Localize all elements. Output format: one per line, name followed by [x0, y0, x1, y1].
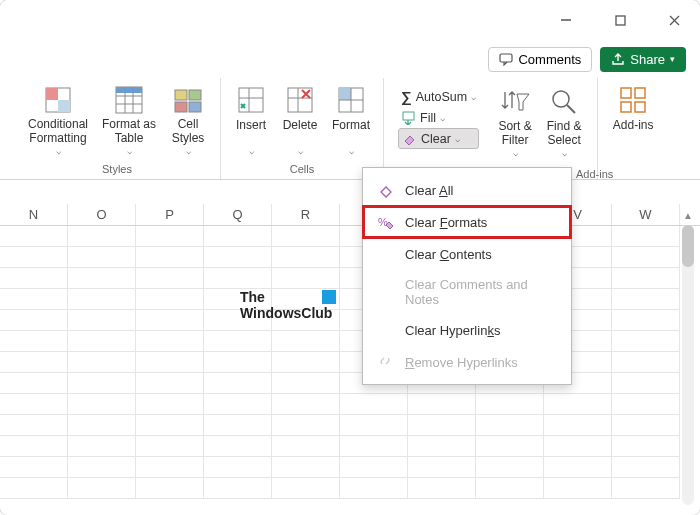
conditional-formatting-label: Conditional Formatting: [28, 118, 88, 146]
group-label-cells: Cells: [290, 161, 314, 177]
col-header[interactable]: R: [272, 204, 340, 225]
clear-button[interactable]: Clear ⌵: [398, 128, 479, 149]
sort-filter-button[interactable]: Sort & Filter ⌵: [491, 84, 539, 160]
col-header[interactable]: P: [136, 204, 204, 225]
chevron-down-icon: ⌵: [186, 146, 191, 156]
conditional-formatting-button[interactable]: Conditional Formatting ⌵: [22, 82, 94, 161]
scroll-up-arrow[interactable]: ▲: [683, 210, 693, 221]
eraser-icon: [402, 131, 417, 146]
chevron-down-icon: ⌵: [440, 113, 445, 123]
svg-rect-6: [46, 88, 58, 100]
cell-styles-icon: [172, 84, 204, 116]
svg-rect-33: [621, 102, 631, 112]
ribbon-group-addins: Add-ins: [598, 78, 668, 179]
chevron-down-icon: ⌵: [455, 134, 460, 144]
sort-filter-label: Sort & Filter: [498, 120, 531, 148]
svg-rect-34: [635, 102, 645, 112]
cell-styles-label: Cell Styles: [172, 118, 205, 146]
clear-formats-label: Clear Formats: [405, 215, 487, 230]
clear-label: Clear: [421, 132, 451, 146]
svg-rect-32: [635, 88, 645, 98]
maximize-button[interactable]: [602, 2, 638, 38]
format-as-table-label: Format as Table: [102, 118, 156, 146]
magnifier-icon: [548, 86, 580, 118]
conditional-formatting-icon: [42, 84, 74, 116]
chevron-down-icon: ⌵: [349, 146, 354, 156]
svg-rect-1: [616, 16, 625, 25]
col-header[interactable]: W: [612, 204, 680, 225]
ribbon: Conditional Formatting ⌵ Format as Table…: [0, 78, 700, 180]
ribbon-group-styles: Conditional Formatting ⌵ Format as Table…: [14, 78, 221, 179]
eraser-icon: [377, 181, 395, 199]
find-select-button[interactable]: Find & Select ⌵: [539, 84, 589, 160]
clear-hyperlinks-label: Clear Hyperlinks: [405, 323, 500, 338]
share-button[interactable]: Share ▾: [600, 47, 686, 72]
fill-label: Fill: [420, 111, 436, 125]
chevron-down-icon: ⌵: [471, 92, 476, 102]
fill-down-icon: [401, 110, 416, 125]
comments-button[interactable]: Comments: [488, 47, 592, 72]
top-actions: Comments Share ▾: [0, 40, 700, 78]
clear-formats-icon: %: [377, 213, 395, 231]
format-button[interactable]: Format⌵: [327, 82, 375, 161]
autosum-button[interactable]: ∑ AutoSum ⌵: [398, 86, 479, 107]
insert-label: Insert: [236, 118, 266, 132]
delete-button[interactable]: Delete⌵: [277, 82, 323, 161]
watermark: The WindowsClub: [240, 289, 332, 321]
chevron-down-icon: ⌵: [127, 146, 132, 156]
close-button[interactable]: [656, 2, 692, 38]
svg-rect-25: [339, 88, 351, 100]
clear-formats-item[interactable]: % Clear Formats: [363, 206, 571, 238]
svg-rect-31: [621, 88, 631, 98]
titlebar: [0, 0, 700, 40]
svg-rect-7: [58, 100, 70, 112]
delete-label: Delete: [283, 118, 318, 132]
autosum-label: AutoSum: [416, 90, 467, 104]
cell-styles-button[interactable]: Cell Styles ⌵: [164, 82, 212, 161]
svg-rect-28: [403, 112, 414, 120]
format-as-table-button[interactable]: Format as Table ⌵: [98, 82, 160, 161]
insert-cells-icon: [235, 84, 267, 116]
svg-line-30: [567, 105, 575, 113]
grid[interactable]: The WindowsClub: [0, 226, 700, 499]
clear-all-label: Clear All: [405, 183, 453, 198]
col-header[interactable]: O: [68, 204, 136, 225]
format-label: Format: [332, 118, 370, 132]
remove-link-icon: [377, 353, 395, 371]
clear-hyperlinks-item[interactable]: Clear Hyperlinks: [363, 314, 571, 346]
delete-cells-icon: [284, 84, 316, 116]
chevron-down-icon: ⌵: [56, 146, 61, 156]
vertical-scrollbar[interactable]: [682, 225, 694, 505]
svg-rect-13: [116, 87, 142, 93]
clear-comments-label: Clear Comments and Notes: [405, 277, 557, 307]
svg-rect-17: [189, 102, 201, 112]
comment-icon: [499, 52, 513, 66]
fill-button[interactable]: Fill ⌵: [398, 108, 479, 127]
watermark-logo: [322, 290, 336, 304]
find-select-label: Find & Select: [547, 120, 582, 148]
group-label-addins: Add-ins: [576, 168, 613, 180]
minimize-button[interactable]: [548, 2, 584, 38]
clear-all-item[interactable]: Clear All: [363, 174, 571, 206]
addins-icon: [617, 84, 649, 116]
clear-contents-item[interactable]: Clear Contents: [363, 238, 571, 270]
chevron-down-icon: ▾: [670, 54, 675, 64]
svg-rect-15: [189, 90, 201, 100]
addins-button[interactable]: Add-ins: [606, 82, 660, 177]
col-header[interactable]: N: [0, 204, 68, 225]
scroll-thumb[interactable]: [682, 225, 694, 267]
comments-label: Comments: [518, 52, 581, 67]
addins-label: Add-ins: [613, 118, 654, 132]
ribbon-group-cells: Insert⌵ Delete⌵ Format⌵ Cells: [221, 78, 384, 179]
insert-button[interactable]: Insert⌵: [229, 82, 273, 161]
column-headers: N O P Q R S T U V W: [0, 204, 700, 226]
svg-point-29: [553, 91, 569, 107]
blank-icon: [377, 283, 395, 301]
svg-rect-14: [175, 90, 187, 100]
chevron-down-icon: ⌵: [249, 146, 254, 156]
remove-hyperlinks-label: Remove Hyperlinks: [405, 355, 518, 370]
sigma-icon: ∑: [401, 88, 412, 105]
svg-rect-18: [239, 88, 263, 112]
col-header[interactable]: Q: [204, 204, 272, 225]
sheet-area: N O P Q R S T U V W The WindowsClub: [0, 204, 700, 499]
